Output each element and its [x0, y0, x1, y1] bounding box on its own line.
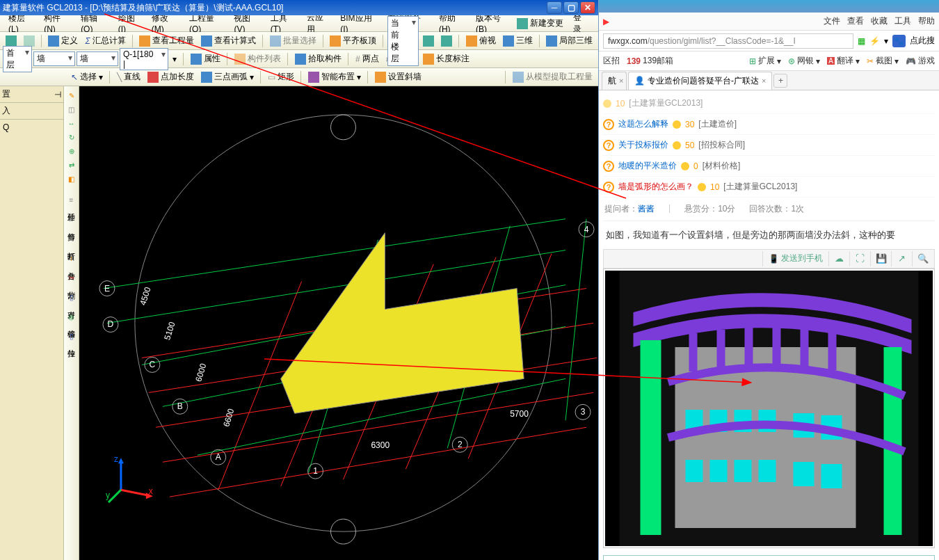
cert-icon[interactable]: ▦	[858, 36, 865, 46]
component-list-button[interactable]: 构件列表	[232, 51, 284, 66]
question-link[interactable]: 关于投标报价	[618, 139, 668, 151]
close-button[interactable]: ✕	[580, 1, 595, 14]
vtool-offset[interactable]: ◎	[65, 310, 78, 323]
tab-close-icon[interactable]: ×	[619, 77, 623, 85]
svg-text:4500: 4500	[138, 286, 152, 307]
component-dropdown[interactable]: Q-1[180 |	[120, 48, 168, 70]
new-tab-button[interactable]: +	[773, 74, 787, 88]
batch-select-button[interactable]: 批量选择	[267, 33, 319, 48]
tab-close-icon[interactable]: ×	[762, 77, 766, 85]
search-hint[interactable]: 点此搜	[910, 35, 935, 47]
fullscreen-button[interactable]: ⛶	[849, 251, 870, 266]
bmenu-file[interactable]: 文件	[824, 15, 840, 27]
paw-icon[interactable]: 🐾	[892, 35, 906, 47]
svg-text:C: C	[150, 360, 156, 369]
length-dim-button[interactable]: 长度标注	[420, 51, 472, 66]
lightning-icon[interactable]: ⚡	[869, 36, 880, 46]
vtool-pencil[interactable]: ✎	[65, 89, 78, 102]
sum-calc-button[interactable]: Σ汇总计算	[82, 33, 128, 48]
vtool-stretch[interactable]: ▯	[65, 330, 78, 342]
drawing-canvas[interactable]: E D C B A 1 2 3 4 4500 5100 6000 6600 63…	[79, 86, 598, 560]
building-3d-render	[605, 271, 933, 546]
dropdown-toggle[interactable]: ▾	[170, 53, 179, 65]
svg-text:1: 1	[313, 466, 318, 476]
question-link-current[interactable]: 墙是弧形的怎么画？	[618, 181, 693, 193]
vtool-copy[interactable]: ⊕	[65, 145, 78, 157]
search-button[interactable]: 🔍	[912, 251, 933, 266]
save-button[interactable]: 💾	[870, 251, 891, 266]
point-length-button[interactable]: 点加长度	[145, 70, 197, 84]
asker-link[interactable]: 酱酱	[638, 204, 655, 214]
maximize-button[interactable]: ▢	[563, 1, 579, 14]
browser-tab-bar: 航× 👤专业造价问题答疑平台-广联达× +	[599, 71, 939, 90]
bm-screenshot[interactable]: ✂截图 ▾	[867, 55, 899, 67]
from-model-button[interactable]: 从模型提取工程量	[510, 70, 595, 84]
vtool-mirror[interactable]: ⇄	[65, 159, 78, 171]
view-formula-button[interactable]: 查看计算式	[198, 33, 259, 48]
vtool-move[interactable]: ↔	[65, 117, 78, 129]
cube-icon	[503, 35, 514, 47]
tab-main[interactable]: 👤专业造价问题答疑平台-广联达×	[628, 72, 772, 90]
local-3d-button[interactable]: 局部三维	[543, 33, 595, 48]
vtool-break[interactable]: ≡	[65, 232, 78, 245]
bm-expand[interactable]: ⊞扩展 ▾	[749, 55, 781, 67]
svg-text:z: z	[114, 454, 118, 464]
bm-game[interactable]: 🎮游戏	[906, 55, 935, 67]
insert-image-button[interactable]: 🖼插入图片	[603, 555, 935, 561]
line-tool-button[interactable]: ╲直线	[114, 70, 143, 84]
new-change-button[interactable]: 新建变更	[514, 16, 566, 31]
two-point-button[interactable]: #两点	[353, 51, 382, 66]
tab-nav[interactable]: 航×	[602, 72, 627, 90]
push-pin-icon[interactable]: ⊣	[54, 90, 61, 99]
select-tool-button[interactable]: ↖选择 ▾	[68, 70, 106, 84]
3d-view-button[interactable]: 三维	[500, 33, 536, 48]
slant-wall-button[interactable]: 设置斜墙	[372, 70, 424, 84]
vtool-split[interactable]: ✂	[65, 271, 78, 284]
send-to-phone-button[interactable]: 📱发送到手机	[762, 251, 828, 266]
properties-button[interactable]: 属性	[188, 51, 223, 66]
vtool-merge[interactable]: ↕	[65, 252, 78, 264]
title-bar: 建算量软件 GCL2013 - [D:\预结算及抽筛\广联达（算量）\测试-AA…	[0, 0, 598, 15]
bmenu-view[interactable]: 查看	[847, 15, 864, 27]
answer-image[interactable]	[603, 269, 935, 548]
bm-netsilver[interactable]: ⊛网银 ▾	[788, 55, 820, 67]
floor-down[interactable]	[438, 34, 455, 48]
vtool-extend[interactable]: ≡	[65, 193, 78, 206]
bmenu-tool[interactable]: 工具	[894, 15, 911, 27]
question-link[interactable]: 地暖的平米造价	[618, 160, 677, 172]
vtool-align[interactable]: ▯	[65, 291, 78, 303]
url-input[interactable]: fwxgx.com/question/giml/list?__ClassCode…	[603, 33, 853, 49]
bmenu-help[interactable]: 帮助	[918, 15, 935, 27]
cloud-button[interactable]: ☁	[828, 251, 849, 266]
answer-count-label: 回答次数：1次	[749, 203, 804, 215]
vtool-scale[interactable]: ◧	[65, 173, 78, 185]
bm-139mail[interactable]: 139139邮箱	[627, 55, 673, 67]
bmenu-fav[interactable]: 收藏	[871, 15, 888, 27]
svg-line-18	[565, 219, 586, 421]
question-link[interactable]: 这题怎么解释	[618, 118, 668, 130]
category-dropdown[interactable]: 墙	[33, 51, 75, 66]
minimize-button[interactable]: ─	[547, 1, 562, 14]
share-button[interactable]: ↗	[891, 251, 912, 266]
subcategory-dropdown[interactable]: 墙	[77, 51, 118, 66]
vtool-trim[interactable]: ≡	[65, 213, 78, 225]
smart-layout-button[interactable]: 智能布置 ▾	[305, 70, 364, 84]
svg-text:6300: 6300	[371, 440, 390, 450]
define-button[interactable]: 定义	[45, 33, 81, 48]
view-qty-button[interactable]: 查看工程量	[136, 33, 197, 48]
bm-translate[interactable]: A翻译 ▾	[827, 55, 860, 67]
svg-rect-64	[759, 460, 776, 482]
board-icon	[330, 35, 341, 47]
top-view-button[interactable]: 俯视	[463, 33, 499, 48]
current-floor-dropdown[interactable]: 当前楼层	[387, 16, 419, 66]
three-point-arc-button[interactable]: 三点画弧 ▾	[198, 70, 257, 84]
pick-component-button[interactable]: 拾取构件	[292, 51, 344, 66]
bm-zhaobiao[interactable]: 区招	[603, 55, 620, 67]
floor-dropdown[interactable]: 首层	[3, 46, 32, 72]
rect-tool-button[interactable]: ▭矩形	[265, 70, 297, 84]
flat-board-button[interactable]: 平齐板顶	[327, 33, 379, 48]
floor-up[interactable]	[420, 34, 437, 48]
side-tab[interactable]: 入	[2, 106, 10, 115]
vtool-rotate[interactable]: ↻	[65, 131, 78, 143]
vtool-erase[interactable]: ◫	[65, 103, 78, 115]
